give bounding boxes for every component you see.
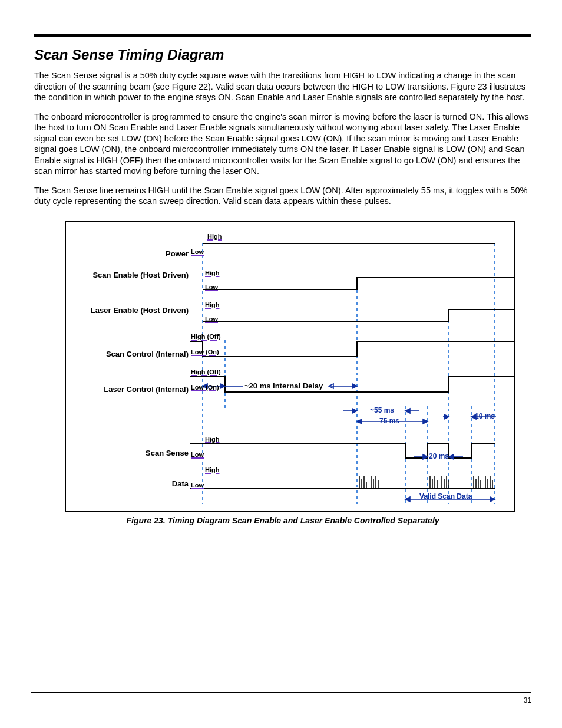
signal-label-scan-enable: Scan Enable (Host Driven) xyxy=(71,271,189,279)
timing-diagram: Power Scan Enable (Host Driven) Laser En… xyxy=(65,221,515,512)
svg-marker-10 xyxy=(220,384,225,388)
svg-marker-31 xyxy=(405,497,410,502)
level-laser-control-high: High (Off) xyxy=(191,368,221,375)
signal-label-laser-enable: Laser Enable (Host Driven) xyxy=(71,306,189,315)
top-rule xyxy=(34,34,531,37)
level-power-high: High xyxy=(207,233,222,240)
annotation-20ms: 20 ms xyxy=(429,452,449,460)
paragraph-1: The Scan Sense signal is a 50% duty cycl… xyxy=(34,70,531,103)
level-laser-enable-low: Low xyxy=(205,315,218,322)
level-scan-sense-low: Low xyxy=(191,451,204,458)
svg-marker-32 xyxy=(490,497,495,502)
level-scan-control-low: Low (On) xyxy=(191,348,219,355)
paragraph-3: The Scan Sense line remains HIGH until t… xyxy=(34,185,531,207)
svg-marker-18 xyxy=(405,409,410,413)
level-scan-enable-low: Low xyxy=(205,284,218,291)
level-scan-enable-high: High xyxy=(205,269,219,276)
level-scan-control-high: High (Off) xyxy=(191,333,221,340)
signal-label-power: Power xyxy=(71,249,189,258)
annotation-10ms: 10 ms xyxy=(475,412,495,420)
svg-marker-21 xyxy=(423,419,428,424)
annotation-75ms: 75 ms xyxy=(379,417,399,425)
diagram-svg xyxy=(66,222,514,511)
signal-label-data: Data xyxy=(71,479,189,488)
svg-marker-23 xyxy=(444,414,449,419)
level-power-low: Low xyxy=(191,248,204,255)
figure-caption: Figure 23. Timing Diagram Scan Enable an… xyxy=(34,516,531,525)
level-laser-control-low: Low (On) xyxy=(191,384,219,391)
bottom-rule xyxy=(31,692,531,693)
signal-label-scan-sense: Scan Sense xyxy=(71,449,189,457)
annotation-internal-delay: ~20 ms Internal Delay xyxy=(244,381,323,390)
level-laser-enable-high: High xyxy=(205,301,219,308)
signal-label-laser-control: Laser Control (Internal) xyxy=(71,385,189,394)
annotation-55ms: ~55 ms xyxy=(370,406,394,414)
page-number: 31 xyxy=(524,696,531,704)
svg-marker-13 xyxy=(352,384,357,388)
paragraph-2: The onboard microcontroller is programme… xyxy=(34,111,531,177)
svg-marker-16 xyxy=(352,409,357,413)
section-title: Scan Sense Timing Diagram xyxy=(34,47,531,63)
level-scan-sense-high: High xyxy=(205,436,219,443)
page: Scan Sense Timing Diagram The Scan Sense… xyxy=(0,0,562,728)
level-data-high: High xyxy=(205,466,219,473)
signal-label-scan-control: Scan Control (Internal) xyxy=(71,350,189,358)
annotation-valid-scan-data: Valid Scan Data xyxy=(419,492,472,500)
svg-marker-20 xyxy=(357,419,362,424)
level-data-low: Low xyxy=(191,482,204,489)
